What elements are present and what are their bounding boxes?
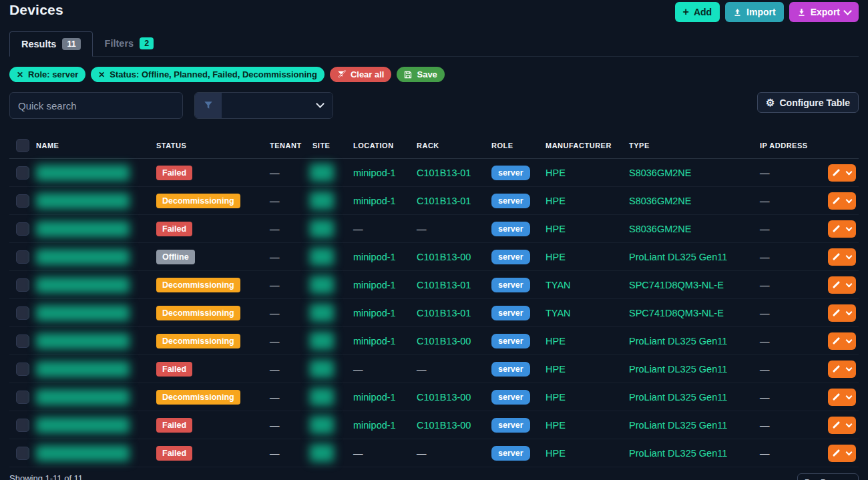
location-link[interactable]: minipod-1 xyxy=(353,168,396,178)
edit-button[interactable] xyxy=(828,445,845,462)
row-checkbox[interactable] xyxy=(16,363,29,376)
save-filter-button[interactable]: Save xyxy=(397,67,444,82)
manufacturer-link[interactable]: HPE xyxy=(546,448,566,459)
role-badge[interactable]: server xyxy=(491,194,530,208)
column-header-manufacturer[interactable]: MANUFACTURER xyxy=(546,133,629,159)
manufacturer-link[interactable]: TYAN xyxy=(546,280,571,290)
device-name-redacted[interactable] xyxy=(36,165,130,181)
configure-table-button[interactable]: ⚙ Configure Table xyxy=(757,92,859,113)
column-header-ip-address[interactable]: IP ADDRESS xyxy=(760,133,824,159)
device-name-redacted[interactable] xyxy=(36,361,130,377)
row-actions-dropdown[interactable] xyxy=(845,220,856,238)
tab-results[interactable]: Results 11 xyxy=(9,31,93,57)
quick-search-input[interactable] xyxy=(9,92,183,119)
column-header-location[interactable]: LOCATION xyxy=(353,133,417,159)
edit-button[interactable] xyxy=(828,389,845,406)
row-actions-dropdown[interactable] xyxy=(845,332,856,350)
edit-button[interactable] xyxy=(828,332,845,350)
edit-button[interactable] xyxy=(828,304,845,322)
row-checkbox[interactable] xyxy=(16,391,29,404)
role-badge[interactable]: server xyxy=(491,166,530,180)
column-header-name[interactable]: NAME xyxy=(36,133,156,159)
row-checkbox[interactable] xyxy=(16,194,29,208)
row-checkbox[interactable] xyxy=(16,222,29,236)
row-actions-dropdown[interactable] xyxy=(845,417,856,434)
type-link[interactable]: ProLiant DL325 Gen11 xyxy=(629,448,727,459)
role-badge[interactable]: server xyxy=(491,446,530,461)
role-badge[interactable]: server xyxy=(491,418,530,433)
row-actions-dropdown[interactable] xyxy=(845,248,856,266)
row-checkbox[interactable] xyxy=(16,419,29,432)
import-button[interactable]: Import xyxy=(725,2,784,22)
device-name-redacted[interactable] xyxy=(36,277,130,293)
add-button[interactable]: + Add xyxy=(675,2,720,22)
export-button[interactable]: Export xyxy=(789,2,859,22)
location-link[interactable]: minipod-1 xyxy=(353,280,396,290)
row-actions-dropdown[interactable] xyxy=(845,192,856,210)
type-link[interactable]: S8036GM2NE xyxy=(629,168,692,178)
type-link[interactable]: S8036GM2NE xyxy=(629,196,692,206)
manufacturer-link[interactable]: HPE xyxy=(546,392,566,403)
role-badge[interactable]: server xyxy=(491,250,530,264)
row-checkbox[interactable] xyxy=(16,334,29,348)
type-link[interactable]: SPC741D8QM3-NL-E xyxy=(629,308,724,318)
column-header-rack[interactable]: RACK xyxy=(417,133,491,159)
filter-chip[interactable]: ✕Status: Offline, Planned, Failed, Decom… xyxy=(91,67,324,82)
site-redacted[interactable] xyxy=(310,388,334,406)
device-name-redacted[interactable] xyxy=(36,445,130,461)
device-name-redacted[interactable] xyxy=(36,249,130,265)
device-name-redacted[interactable] xyxy=(36,193,130,209)
role-badge[interactable]: server xyxy=(491,222,530,236)
row-actions-dropdown[interactable] xyxy=(845,361,856,378)
row-actions-dropdown[interactable] xyxy=(845,304,856,322)
site-redacted[interactable] xyxy=(310,164,334,182)
type-link[interactable]: ProLiant DL325 Gen11 xyxy=(629,392,727,403)
row-checkbox[interactable] xyxy=(16,447,29,460)
row-actions-dropdown[interactable] xyxy=(845,389,856,406)
site-redacted[interactable] xyxy=(310,248,334,266)
role-badge[interactable]: server xyxy=(491,278,530,292)
column-header-status[interactable]: STATUS xyxy=(156,133,270,159)
rack-link[interactable]: C101B13-00 xyxy=(417,252,471,262)
location-link[interactable]: minipod-1 xyxy=(353,196,396,206)
site-redacted[interactable] xyxy=(310,304,334,322)
device-name-redacted[interactable] xyxy=(36,305,130,321)
site-redacted[interactable] xyxy=(310,220,334,238)
row-checkbox[interactable] xyxy=(16,250,29,264)
tab-filters[interactable]: Filters 2 xyxy=(93,31,166,56)
rack-link[interactable]: C101B13-00 xyxy=(417,420,471,431)
remove-filter-icon[interactable]: ✕ xyxy=(17,71,23,79)
per-page-select[interactable]: Per Page xyxy=(797,473,859,480)
edit-button[interactable] xyxy=(828,417,845,434)
column-header-type[interactable]: TYPE xyxy=(629,133,760,159)
column-header-tenant[interactable]: TENANT xyxy=(270,133,312,159)
rack-link[interactable]: C101B13-00 xyxy=(417,336,471,346)
edit-button[interactable] xyxy=(828,192,845,210)
edit-button[interactable] xyxy=(828,164,845,182)
manufacturer-link[interactable]: HPE xyxy=(546,168,566,178)
role-badge[interactable]: server xyxy=(491,390,530,405)
device-name-redacted[interactable] xyxy=(36,333,130,349)
edit-button[interactable] xyxy=(828,248,845,266)
device-name-redacted[interactable] xyxy=(36,221,130,237)
site-redacted[interactable] xyxy=(310,192,334,210)
manufacturer-link[interactable]: HPE xyxy=(546,196,566,206)
rack-link[interactable]: C101B13-00 xyxy=(417,392,471,403)
location-link[interactable]: minipod-1 xyxy=(353,252,396,262)
row-actions-dropdown[interactable] xyxy=(845,164,856,182)
rack-link[interactable]: C101B13-01 xyxy=(417,280,471,290)
location-link[interactable]: minipod-1 xyxy=(353,392,396,403)
manufacturer-link[interactable]: HPE xyxy=(546,364,566,375)
manufacturer-link[interactable]: HPE xyxy=(546,420,566,431)
edit-button[interactable] xyxy=(828,276,845,294)
filter-chip[interactable]: ✕Role: server xyxy=(9,67,85,82)
rack-link[interactable]: C101B13-01 xyxy=(417,308,471,318)
rack-link[interactable]: C101B13-01 xyxy=(417,168,471,178)
site-redacted[interactable] xyxy=(310,360,334,378)
device-name-redacted[interactable] xyxy=(36,389,130,405)
remove-filter-icon[interactable]: ✕ xyxy=(98,71,105,79)
row-checkbox[interactable] xyxy=(16,306,29,320)
row-actions-dropdown[interactable] xyxy=(845,445,856,462)
location-link[interactable]: minipod-1 xyxy=(353,336,396,346)
manufacturer-link[interactable]: HPE xyxy=(546,224,566,234)
